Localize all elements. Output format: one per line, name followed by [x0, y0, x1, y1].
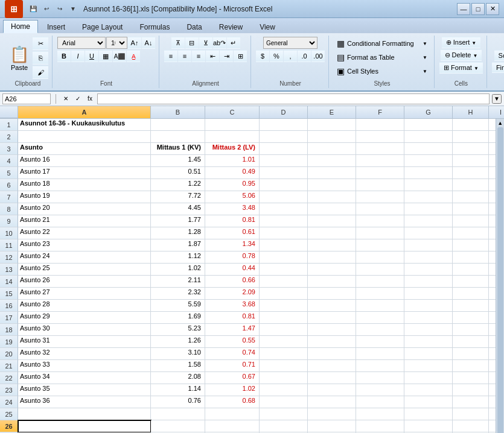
- cell-h16[interactable]: [453, 300, 489, 312]
- decrease-indent-button[interactable]: ⇤: [206, 50, 219, 62]
- cell-h18[interactable]: [453, 324, 489, 336]
- save-button[interactable]: 💾: [28, 4, 39, 14]
- cell-g11[interactable]: [404, 239, 453, 251]
- row-header-4[interactable]: 4: [0, 155, 18, 167]
- comma-button[interactable]: ,: [284, 50, 297, 62]
- cell-e24[interactable]: [308, 396, 356, 408]
- cell-i16[interactable]: [489, 300, 496, 312]
- cell-f9[interactable]: [356, 215, 404, 227]
- cell-b9[interactable]: 1.77: [151, 215, 205, 227]
- cell-f3[interactable]: [356, 143, 404, 155]
- tab-home[interactable]: Home: [3, 20, 38, 33]
- cell-e3[interactable]: [308, 143, 356, 155]
- decrease-font-button[interactable]: A↓: [142, 37, 155, 49]
- cell-b24[interactable]: 0.76: [151, 396, 205, 408]
- row-header-19[interactable]: 19: [0, 336, 18, 348]
- tab-data[interactable]: Data: [179, 21, 209, 33]
- cell-i13[interactable]: [489, 264, 496, 276]
- cell-i4[interactable]: [489, 155, 496, 167]
- cell-c14[interactable]: 0.66: [205, 276, 260, 288]
- cell-c5[interactable]: 0.49: [205, 167, 260, 179]
- cell-c13[interactable]: 0.44: [205, 264, 260, 276]
- cell-e26[interactable]: [308, 420, 356, 432]
- cell-a21[interactable]: Asunto 33: [18, 360, 151, 372]
- row-header-25[interactable]: 25: [0, 408, 18, 420]
- cell-h23[interactable]: [453, 384, 489, 396]
- col-header-c[interactable]: C: [205, 106, 260, 118]
- cell-a7[interactable]: Asunto 19: [18, 191, 151, 203]
- cell-b12[interactable]: 1.12: [151, 251, 205, 264]
- cell-b21[interactable]: 1.58: [151, 360, 205, 372]
- cell-a25[interactable]: [18, 408, 151, 420]
- cell-b22[interactable]: 2.08: [151, 372, 205, 384]
- cell-a2[interactable]: [18, 131, 151, 143]
- cell-c1[interactable]: [205, 119, 260, 131]
- cut-button[interactable]: ✂: [33, 37, 48, 50]
- cell-g25[interactable]: [404, 408, 453, 420]
- cell-f20[interactable]: [356, 348, 404, 360]
- cell-b3[interactable]: Mittaus 1 (KV): [151, 143, 205, 155]
- cell-a3[interactable]: Asunto: [18, 143, 151, 155]
- row-header-24[interactable]: 24: [0, 396, 18, 408]
- row-header-6[interactable]: 6: [0, 179, 18, 191]
- cell-b19[interactable]: 1.26: [151, 336, 205, 348]
- cell-b17[interactable]: 1.69: [151, 312, 205, 324]
- cell-a6[interactable]: Asunto 18: [18, 179, 151, 191]
- cell-i14[interactable]: [489, 276, 496, 288]
- cell-e14[interactable]: [308, 276, 356, 288]
- cell-d2[interactable]: [260, 131, 308, 143]
- tab-review[interactable]: Review: [211, 21, 250, 33]
- cell-b13[interactable]: 1.02: [151, 264, 205, 276]
- cell-a5[interactable]: Asunto 17: [18, 167, 151, 179]
- cell-e7[interactable]: [308, 191, 356, 203]
- paste-button[interactable]: 📋 Paste: [7, 44, 31, 72]
- cell-i24[interactable]: [489, 396, 496, 408]
- cell-f17[interactable]: [356, 312, 404, 324]
- conditional-formatting-button[interactable]: ▦ Conditional Formatting ▼: [334, 37, 430, 50]
- cell-a13[interactable]: Asunto 25: [18, 264, 151, 276]
- undo-button[interactable]: ↩: [41, 4, 52, 14]
- increase-indent-button[interactable]: ⇥: [220, 50, 233, 62]
- font-color-button[interactable]: A̲: [127, 50, 140, 62]
- cell-g16[interactable]: [404, 300, 453, 312]
- cell-i3[interactable]: [489, 143, 496, 155]
- cell-g13[interactable]: [404, 264, 453, 276]
- cell-i5[interactable]: [489, 167, 496, 179]
- cell-c20[interactable]: 0.74: [205, 348, 260, 360]
- row-header-15[interactable]: 15: [0, 288, 18, 300]
- cell-b14[interactable]: 2.11: [151, 276, 205, 288]
- cell-h21[interactable]: [453, 360, 489, 372]
- cell-f25[interactable]: [356, 408, 404, 420]
- cell-c8[interactable]: 3.48: [205, 203, 260, 215]
- cancel-formula-button[interactable]: ✕: [61, 94, 71, 104]
- cell-h12[interactable]: [453, 251, 489, 264]
- cell-f11[interactable]: [356, 239, 404, 251]
- cell-d7[interactable]: [260, 191, 308, 203]
- cell-h22[interactable]: [453, 372, 489, 384]
- row-header-5[interactable]: 5: [0, 167, 18, 179]
- cell-c11[interactable]: 1.34: [205, 239, 260, 251]
- cell-e23[interactable]: [308, 384, 356, 396]
- cell-h25[interactable]: [453, 408, 489, 420]
- cell-b5[interactable]: 0.51: [151, 167, 205, 179]
- cell-b11[interactable]: 1.87: [151, 239, 205, 251]
- cell-a12[interactable]: Asunto 24: [18, 251, 151, 264]
- cell-e17[interactable]: [308, 312, 356, 324]
- row-header-21[interactable]: 21: [0, 360, 18, 372]
- cell-g12[interactable]: [404, 251, 453, 264]
- cell-b2[interactable]: [151, 131, 205, 143]
- cell-c15[interactable]: 2.09: [205, 288, 260, 300]
- increase-decimal-button[interactable]: .00: [311, 50, 325, 62]
- cell-d18[interactable]: [260, 324, 308, 336]
- merge-cells-button[interactable]: ⊞: [234, 50, 247, 62]
- cell-g22[interactable]: [404, 372, 453, 384]
- col-header-f[interactable]: F: [356, 106, 404, 118]
- cell-c16[interactable]: 3.68: [205, 300, 260, 312]
- col-header-e[interactable]: E: [308, 106, 356, 118]
- cell-f5[interactable]: [356, 167, 404, 179]
- cell-g3[interactable]: [404, 143, 453, 155]
- cell-i22[interactable]: [489, 372, 496, 384]
- cell-e18[interactable]: [308, 324, 356, 336]
- cell-h26[interactable]: [453, 420, 489, 432]
- cell-d19[interactable]: [260, 336, 308, 348]
